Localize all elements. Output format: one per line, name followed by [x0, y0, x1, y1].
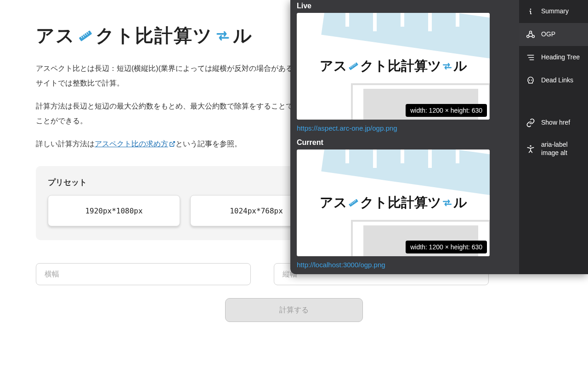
svg-point-44: [529, 80, 530, 80]
calculate-button[interactable]: 計算する: [225, 298, 363, 322]
current-preview: アス クト比計算ツ ル width: 1200 × height: 630: [297, 150, 490, 256]
accessibility-icon: [526, 144, 536, 154]
preset-label: 1920px*1080px: [85, 207, 142, 215]
nav-label: Dead Links: [541, 76, 573, 85]
p-c: ル: [453, 194, 467, 212]
svg-line-6: [172, 142, 175, 144]
svg-point-45: [531, 80, 532, 80]
title-part-a: アス: [36, 23, 75, 48]
skull-icon: [526, 75, 536, 86]
nav-label: aria-label image alt: [541, 141, 568, 157]
info-icon: [526, 6, 536, 17]
title-part-c: ル: [233, 23, 253, 48]
svg-point-40: [532, 35, 534, 38]
inspector-overlay: Live: [290, 0, 588, 274]
preview-title: アス クト比計算ツ ル: [320, 57, 467, 75]
preview-title: アス クト比計算ツ ル: [320, 194, 467, 212]
nav-label: Heading Tree: [541, 53, 580, 62]
nav-label: OGP: [541, 30, 555, 39]
preset-card-1920x1080[interactable]: 1920px*1080px: [48, 195, 180, 226]
ruler-icon: [76, 27, 95, 45]
svg-point-38: [530, 31, 532, 34]
current-label: Current: [297, 138, 513, 147]
svg-point-37: [530, 9, 531, 10]
svg-point-46: [530, 145, 531, 146]
p-a: アス: [320, 194, 347, 212]
live-url-link[interactable]: https://aspect.arc-one.jp/ogp.png: [297, 124, 513, 132]
current-url-link[interactable]: http://localhost:3000/ogp.png: [297, 261, 513, 269]
swap-icon: [442, 197, 453, 208]
nav-label: Summary: [541, 7, 569, 16]
howto-link-text: アスペクト比の求め方: [95, 140, 168, 148]
list-icon: [526, 52, 536, 63]
nav-summary[interactable]: Summary: [519, 0, 588, 23]
p-b: クト比計算ツ: [360, 57, 441, 75]
live-label: Live: [297, 2, 513, 10]
svg-point-39: [527, 35, 529, 38]
title-part-b: クト比計算ツ: [96, 23, 213, 48]
nav-aria-label[interactable]: aria-label image alt: [519, 134, 588, 163]
p-a: アス: [320, 57, 347, 75]
description-3-suffix: という記事を参照。: [175, 140, 242, 148]
link-icon: [526, 118, 536, 128]
nav-label: Show href: [541, 119, 570, 127]
howto-link[interactable]: アスペクト比の求め方: [95, 140, 175, 148]
p-c: ル: [453, 57, 467, 75]
inspector-side-nav: Summary OGP Heading Tree Dead Links S: [519, 0, 588, 274]
preset-label: 1024px*768px: [230, 207, 283, 215]
swap-icon: [442, 61, 453, 72]
live-preview: アス クト比計算ツ ル width: 1200 × height: 630: [297, 13, 490, 120]
dimensions-badge: width: 1200 × height: 630: [406, 241, 487, 253]
external-link-icon: [169, 141, 175, 147]
nav-ogp[interactable]: OGP: [519, 23, 588, 46]
swap-icon: [214, 27, 232, 45]
description-3-prefix: 詳しい計算方法は: [36, 140, 95, 148]
ogp-icon: [526, 29, 536, 40]
nav-dead-links[interactable]: Dead Links: [519, 69, 588, 92]
nav-heading-tree[interactable]: Heading Tree: [519, 46, 588, 69]
nav-show-href[interactable]: Show href: [519, 111, 588, 134]
ruler-icon: [348, 197, 360, 209]
p-b: クト比計算ツ: [360, 194, 441, 212]
dimensions-badge: width: 1200 × height: 630: [406, 104, 487, 117]
ruler-icon: [348, 60, 360, 72]
width-input[interactable]: [36, 263, 251, 285]
